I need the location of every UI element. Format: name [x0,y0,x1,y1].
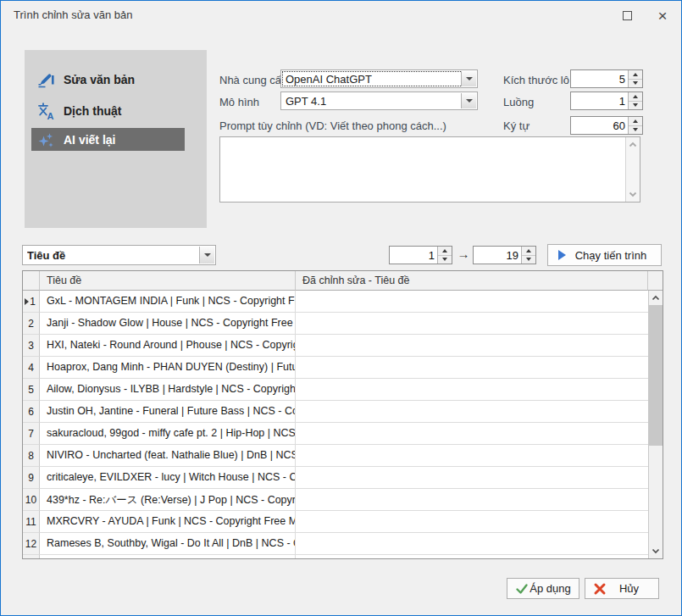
edited-cell[interactable] [296,401,648,423]
edited-column-header[interactable]: Đã chỉnh sửa - Tiêu đề [296,271,648,291]
table-row[interactable]: 3 HXI, Nateki - Round Around | Phouse | … [23,335,648,357]
arrow-down-icon [633,81,638,85]
batch-size-label: Kích thước lô [503,74,569,86]
title-cell[interactable]: Justin OH, Jantine - Funeral | Future Ba… [40,401,296,423]
title-cell[interactable]: sakuracloud, 99god - miffy cafe pt. 2 | … [40,423,296,445]
prompt-textarea[interactable] [221,138,624,201]
provider-value: OpenAI ChatGPT [286,73,458,86]
scrollbar-up-button[interactable] [650,291,662,305]
row-number-cell[interactable]: 10 [23,489,40,511]
table-row[interactable]: 8 NIVIRO - Uncharted (feat. Nathalie Blu… [23,445,648,467]
spin-up-button[interactable] [522,247,535,256]
table-row[interactable]: 4 Hoaprox, Dang Minh - PHAN DUYEN (Desti… [23,357,648,379]
threads-spinner[interactable]: 1 [570,92,643,110]
provider-combobox[interactable]: OpenAI ChatGPT [280,69,478,88]
row-number-cell[interactable]: 6 [23,401,40,423]
table-row[interactable]: 6 Justin OH, Jantine - Funeral | Future … [23,401,648,423]
edited-cell[interactable] [296,467,648,489]
close-button[interactable]: × [648,4,677,26]
spin-up-button[interactable] [629,92,642,102]
title-bar: Trình chỉnh sửa văn bản × [2,1,680,30]
table-row[interactable]: 11 MXRCVRY - AYUDA | Funk | NCS - Copyri… [23,511,648,533]
arrow-down-icon [526,258,531,261]
edited-cell[interactable] [296,445,648,467]
table-row[interactable]: 1 GxL - MONTAGEM INDIA | Funk | NCS - Co… [23,291,648,313]
column-selector-combobox[interactable]: Tiêu đề [22,245,216,265]
run-process-button[interactable]: Chạy tiến trình [547,244,662,266]
title-cell[interactable]: Ailow, Dionysus - ILYBB | Hardstyle | NC… [40,379,296,401]
title-cell[interactable]: Hoaprox, Dang Minh - PHAN DUYEN (Destiny… [40,357,296,379]
scrollbar-thumb[interactable] [649,305,663,446]
arrow-down-icon [633,128,638,131]
spin-up-button[interactable] [438,247,452,256]
edited-cell[interactable] [296,291,648,313]
row-number-cell[interactable]: 2 [23,313,40,335]
spin-down-button[interactable] [629,102,642,110]
row-number-cell[interactable]: 8 [23,445,40,467]
row-number-cell[interactable]: 1 [23,291,40,313]
table-row[interactable]: 10 439*hz - Re:バース (Re:Verse) | J Pop | … [23,489,648,511]
edited-cell[interactable] [296,335,648,357]
batch-size-spinner[interactable]: 5 [570,69,643,88]
spin-up-button[interactable] [629,70,642,80]
edited-cell[interactable] [296,357,648,379]
table-row[interactable]: 2 Janji - Shadow Glow | House | NCS - Co… [23,313,648,335]
sidebar-item-translate[interactable]: A Dịch thuật [25,99,207,122]
apply-button[interactable]: Áp dụng [507,578,579,599]
range-from-spinner[interactable]: 1 [389,246,452,264]
table-row[interactable]: 9 criticaleye, EVILDXER - lucy | Witch H… [23,467,648,489]
sparkles-icon [36,130,55,149]
edited-cell[interactable] [296,423,648,445]
provider-dropdown-button[interactable] [461,71,476,86]
arrow-up-icon [633,73,638,76]
results-table: Tiêu đề Đã chỉnh sửa - Tiêu đề 1 GxL - M… [22,270,663,559]
title-cell[interactable]: GxL - MONTAGEM INDIA | Funk | NCS - Copy… [40,291,296,313]
model-label: Mô hình [219,96,259,108]
edited-cell[interactable] [296,379,648,401]
spin-down-button[interactable] [522,256,535,264]
title-cell[interactable]: NIVIRO - Uncharted (feat. Nathalie Blue)… [40,445,296,467]
table-vertical-scrollbar[interactable] [648,291,663,558]
range-to-spinner[interactable]: 19 [473,246,536,264]
cancel-button[interactable]: Hủy [585,578,659,599]
title-cell[interactable]: Janji - Shadow Glow | House | NCS - Copy… [40,313,296,335]
edited-cell[interactable] [296,511,648,533]
chars-spinner[interactable]: 60 [570,116,643,135]
title-cell[interactable]: Rameses B, Southby, Wigal - Do It All | … [40,533,296,555]
scrollbar-header-cell [648,271,663,291]
table-row[interactable]: 5 Ailow, Dionysus - ILYBB | Hardstyle | … [23,379,648,401]
title-cell[interactable]: HXI, Nateki - Round Around | Phouse | NC… [40,335,296,357]
model-combobox[interactable]: GPT 4.1 [280,92,478,110]
scrollbar-down-button[interactable] [650,544,662,558]
row-number-header[interactable] [23,271,40,291]
chars-label: Ký tự [503,119,530,132]
row-number-cell[interactable]: 7 [23,423,40,445]
prompt-scrollbar[interactable] [625,137,640,202]
maximize-button[interactable] [613,4,641,26]
sidebar-item-edit-text[interactable]: Sửa văn bản [25,68,207,91]
column-selector-dropdown-button[interactable] [199,247,214,264]
sidebar: Sửa văn bản A Dịch thuật AI viết lại [25,50,207,228]
title-cell[interactable]: 439*hz - Re:バース (Re:Verse) | J Pop | NCS… [40,489,296,511]
model-dropdown-button[interactable] [461,93,476,108]
spin-down-button[interactable] [629,80,642,88]
scroll-down-icon [627,188,639,200]
title-cell[interactable]: criticaleye, EVILDXER - lucy | Witch Hou… [40,467,296,489]
row-number-cell[interactable]: 5 [23,379,40,401]
table-row[interactable]: 12 Rameses B, Southby, Wigal - Do It All… [23,533,648,555]
edited-cell[interactable] [296,533,648,555]
title-column-header[interactable]: Tiêu đề [40,271,296,291]
table-row[interactable]: 7 sakuracloud, 99god - miffy cafe pt. 2 … [23,423,648,445]
row-number-cell[interactable]: 4 [23,357,40,379]
sidebar-item-ai-rewrite[interactable]: AI viết lại [31,128,185,151]
row-number-cell[interactable]: 11 [23,511,40,533]
row-number-cell[interactable]: 9 [23,467,40,489]
title-cell[interactable]: MXRCVRY - AYUDA | Funk | NCS - Copyright… [40,511,296,533]
spin-down-button[interactable] [438,256,452,264]
row-number-cell[interactable]: 3 [23,335,40,357]
row-number-cell[interactable]: 12 [23,533,40,555]
edited-cell[interactable] [296,489,648,511]
spin-up-button[interactable] [629,117,642,126]
edited-cell[interactable] [296,313,648,335]
spin-down-button[interactable] [629,126,642,135]
